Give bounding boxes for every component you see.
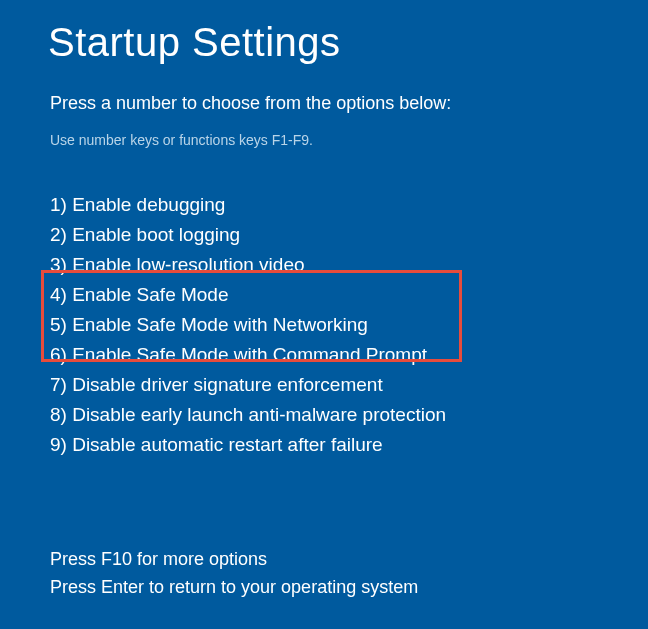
option-7-driver-signature[interactable]: 7) Disable driver signature enforcement bbox=[50, 370, 600, 400]
footer-return: Press Enter to return to your operating … bbox=[50, 573, 418, 601]
option-3-low-resolution[interactable]: 3) Enable low-resolution video bbox=[50, 250, 600, 280]
footer-more-options: Press F10 for more options bbox=[50, 545, 418, 573]
option-9-auto-restart[interactable]: 9) Disable automatic restart after failu… bbox=[50, 430, 600, 460]
instruction-text: Press a number to choose from the option… bbox=[48, 93, 600, 114]
option-8-anti-malware[interactable]: 8) Disable early launch anti-malware pro… bbox=[50, 400, 600, 430]
footer-instructions: Press F10 for more options Press Enter t… bbox=[50, 545, 418, 601]
option-2-boot-logging[interactable]: 2) Enable boot logging bbox=[50, 220, 600, 250]
option-5-safe-mode-networking[interactable]: 5) Enable Safe Mode with Networking bbox=[50, 310, 600, 340]
option-6-safe-mode-cmd[interactable]: 6) Enable Safe Mode with Command Prompt bbox=[50, 340, 600, 370]
options-list: 1) Enable debugging 2) Enable boot loggi… bbox=[48, 190, 600, 460]
option-1-debugging[interactable]: 1) Enable debugging bbox=[50, 190, 600, 220]
startup-settings-screen: Startup Settings Press a number to choos… bbox=[0, 0, 648, 460]
hint-text: Use number keys or functions keys F1-F9. bbox=[48, 132, 600, 148]
page-title: Startup Settings bbox=[48, 20, 600, 65]
option-4-safe-mode[interactable]: 4) Enable Safe Mode bbox=[50, 280, 600, 310]
